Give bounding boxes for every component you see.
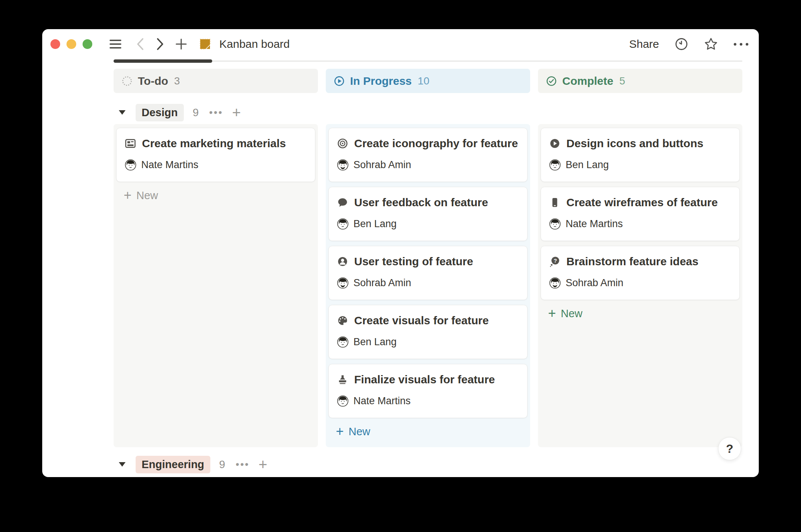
speech-bubble-icon — [337, 197, 348, 208]
column-header-todo[interactable]: To-do 3 — [114, 69, 318, 93]
add-icon[interactable]: + — [232, 105, 241, 120]
scrollbar-thumb[interactable] — [114, 59, 212, 63]
card-title: Brainstorm feature ideas — [566, 255, 698, 268]
check-circle-icon — [546, 75, 557, 87]
status-count: 5 — [619, 75, 625, 87]
group-count: 9 — [193, 106, 199, 119]
clock-icon[interactable] — [675, 37, 688, 51]
assignee-name: Ben Lang — [566, 159, 609, 171]
card[interactable]: Design icons and buttons Ben Lang — [541, 128, 740, 182]
thought-question-icon: ? — [549, 256, 560, 267]
avatar — [125, 159, 136, 171]
column-complete: Design icons and buttons Ben Lang — [538, 124, 742, 447]
status-label: To-do — [138, 75, 168, 87]
assignee-name: Nate Martins — [141, 159, 198, 171]
back-chevron-icon[interactable] — [136, 38, 145, 50]
avatar — [549, 218, 561, 230]
traffic-lights — [50, 39, 92, 49]
newspaper-icon — [125, 138, 136, 149]
share-button[interactable]: Share — [629, 38, 659, 50]
group-header-design: Design 9 ••• + — [114, 103, 742, 122]
hamburger-icon[interactable] — [109, 39, 121, 49]
card-title: Create visuals for feature — [354, 314, 489, 327]
assignee-name: Ben Lang — [353, 218, 397, 230]
group-label[interactable]: Engineering — [136, 456, 210, 473]
avatar — [337, 277, 349, 289]
card-title: Finalize visuals for feature — [354, 373, 495, 386]
card[interactable]: Create wireframes of feature Nate Martin… — [541, 187, 740, 241]
more-icon[interactable]: ••• — [209, 107, 223, 118]
titlebar-actions: Share — [629, 37, 748, 51]
card-title: Design icons and buttons — [566, 137, 703, 150]
play-circle-outline-icon — [334, 75, 345, 87]
dashed-circle-icon — [121, 75, 133, 87]
card[interactable]: Create iconography for feature — [328, 128, 528, 182]
palette-icon — [337, 315, 348, 326]
card[interactable]: Create marketing materials Nate Martins — [116, 128, 315, 182]
avatar — [549, 159, 561, 171]
horizontal-scrollbar[interactable] — [114, 61, 742, 62]
card[interactable]: Finalize visuals for feature Nate Martin… — [328, 364, 528, 418]
board-columns: Create marketing materials Nate Martins — [114, 124, 742, 447]
assignee-name: Sohrab Amin — [353, 159, 411, 171]
play-circle-icon — [549, 138, 560, 149]
assignee-name: Sohrab Amin — [566, 277, 624, 289]
card-title: Create wireframes of feature — [566, 196, 718, 209]
card[interactable]: Create visuals for feature Ben Lang — [328, 305, 528, 359]
column-in-progress: Create iconography for feature — [326, 124, 530, 447]
ellipsis-icon[interactable] — [734, 43, 748, 46]
card-title: User testing of feature — [354, 255, 473, 268]
card-title: User feedback on feature — [354, 196, 488, 209]
plus-icon: + — [336, 425, 344, 438]
plus-icon: + — [124, 189, 132, 202]
add-icon[interactable]: + — [259, 457, 267, 472]
column-todo: Create marketing materials Nate Martins — [114, 124, 318, 447]
assignee-name: Sohrab Amin — [353, 277, 411, 289]
status-label: Complete — [562, 75, 613, 87]
status-label: In Progress — [350, 75, 412, 87]
bullseye-icon — [337, 138, 348, 149]
forward-chevron-icon[interactable] — [156, 38, 165, 50]
zoom-button[interactable] — [83, 39, 92, 49]
user-circle-icon — [337, 256, 348, 267]
plus-icon: + — [548, 307, 556, 320]
plus-icon[interactable] — [175, 38, 187, 50]
status-count: 3 — [174, 75, 180, 87]
close-button[interactable] — [50, 39, 60, 49]
card[interactable]: ? Brainstorm feature ideas — [541, 246, 740, 300]
help-button[interactable]: ? — [718, 437, 741, 460]
assignee-name: Ben Lang — [353, 336, 397, 348]
group-header-engineering: Engineering 9 ••• + — [114, 455, 742, 474]
column-header-in-progress[interactable]: In Progress 10 — [326, 69, 530, 93]
new-card-button[interactable]: + New — [116, 187, 315, 204]
page-title: Kanban board — [219, 38, 290, 50]
new-card-button[interactable]: + New — [541, 305, 740, 322]
page-icon — [198, 37, 212, 51]
minimize-button[interactable] — [67, 39, 76, 49]
assignee-name: Nate Martins — [566, 218, 623, 230]
avatar — [549, 277, 561, 289]
collapse-triangle-icon[interactable] — [119, 110, 126, 115]
column-header-complete[interactable]: Complete 5 — [538, 69, 742, 93]
group-count: 9 — [219, 458, 225, 471]
star-icon[interactable] — [704, 37, 718, 51]
stamp-icon — [337, 374, 348, 385]
avatar — [337, 336, 349, 348]
app-window: Kanban board Share — [42, 29, 759, 477]
status-count: 10 — [418, 75, 429, 87]
collapse-triangle-icon[interactable] — [119, 462, 126, 467]
card[interactable]: User testing of feature S — [328, 246, 528, 300]
card-title: Create iconography for feature — [354, 137, 518, 150]
card[interactable]: User feedback on feature Ben Lang — [328, 187, 528, 241]
new-card-button[interactable]: + New — [328, 423, 528, 440]
more-icon[interactable]: ••• — [236, 459, 250, 470]
assignee-name: Nate Martins — [353, 395, 411, 407]
group-label[interactable]: Design — [136, 104, 184, 121]
status-headers: To-do 3 In Progress 10 — [114, 69, 742, 93]
svg-text:?: ? — [554, 258, 557, 264]
avatar — [337, 395, 349, 407]
mobile-phone-icon — [549, 197, 560, 208]
avatar — [337, 218, 349, 230]
kanban-board: To-do 3 In Progress 10 — [114, 69, 742, 474]
titlebar: Kanban board Share — [42, 29, 759, 59]
